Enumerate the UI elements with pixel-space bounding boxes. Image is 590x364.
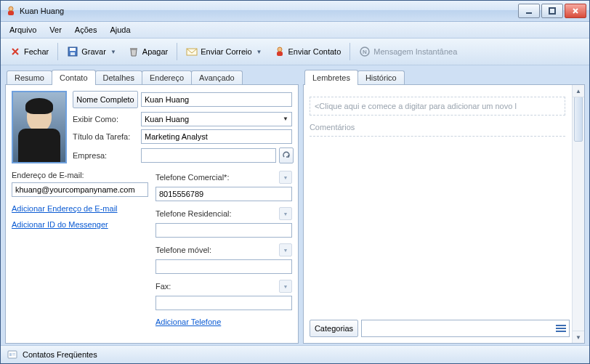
- fax-type-dropdown[interactable]: ▼: [279, 280, 292, 293]
- company-field[interactable]: [141, 148, 276, 163]
- chevron-down-icon: ▼: [283, 116, 288, 122]
- add-email-link[interactable]: Adicionar Endereço de E-mail: [12, 204, 148, 213]
- work-phone-type-dropdown[interactable]: ▼: [279, 171, 292, 184]
- tab-detalhes[interactable]: Detalhes: [95, 70, 142, 84]
- envelope-icon: [186, 46, 198, 57]
- scroll-up-icon[interactable]: ▲: [573, 85, 584, 97]
- svg-rect-3: [549, 8, 555, 14]
- left-tabstrip: Resumo Contato Detalhes Endereço Avançad…: [5, 68, 299, 84]
- send-contact-tool[interactable]: Enviar Contato: [270, 44, 346, 60]
- reminders-pane: <Clique aqui e comece a digitar para adi…: [303, 84, 585, 344]
- status-text: Contatos Freqüentes: [23, 350, 97, 359]
- add-messenger-link[interactable]: Adicionar ID do Messenger: [12, 220, 148, 229]
- svg-rect-16: [12, 355, 15, 355]
- save-icon: [67, 46, 78, 57]
- new-reminder-input[interactable]: <Clique aqui e comece a digitar para adi…: [310, 97, 565, 116]
- menu-acoes[interactable]: Ações: [69, 24, 103, 36]
- home-phone-field[interactable]: [155, 223, 292, 238]
- separator: [57, 43, 58, 60]
- body: Resumo Contato Detalhes Endereço Avançad…: [1, 65, 589, 345]
- save-tool-label: Gravar: [81, 47, 106, 56]
- im-icon: N: [359, 46, 371, 57]
- person-icon: [274, 46, 286, 57]
- work-phone-field[interactable]: [155, 187, 292, 201]
- svg-point-9: [278, 47, 282, 52]
- phone-column: Telefone Comercial*: ▼ Telefone Residenc…: [155, 171, 292, 326]
- display-as-label: Exibir Como:: [73, 115, 138, 124]
- send-contact-label: Enviar Contato: [288, 47, 342, 56]
- im-tool-label: Mensagem Instantânea: [373, 47, 457, 56]
- close-icon: [9, 46, 21, 57]
- left-panel: Resumo Contato Detalhes Endereço Avançad…: [5, 68, 299, 344]
- tab-endereco[interactable]: Endereço: [142, 70, 192, 84]
- job-title-field[interactable]: [141, 129, 292, 144]
- contacts-icon: [7, 349, 18, 360]
- tab-avancado[interactable]: Avançado: [191, 70, 243, 84]
- right-panel: Lembretes Histórico <Clique aqui e comec…: [303, 68, 585, 344]
- full-name-button[interactable]: Nome Completo: [73, 91, 138, 108]
- window-title: Kuan Huang: [20, 7, 518, 15]
- email-label: Endereço de E-mail:: [12, 171, 148, 179]
- svg-rect-2: [526, 12, 532, 14]
- menubar: Arquivo Ver Ações Ajuda: [1, 22, 589, 39]
- chevron-down-icon: ▼: [110, 49, 116, 55]
- menu-ajuda[interactable]: Ajuda: [104, 24, 136, 36]
- tab-resumo[interactable]: Resumo: [7, 70, 52, 84]
- svg-rect-1: [8, 11, 14, 15]
- reminder-area: <Clique aqui e comece a digitar para adi…: [310, 91, 570, 317]
- comments-label: Comentários: [310, 123, 565, 132]
- mobile-phone-field[interactable]: [155, 259, 292, 274]
- svg-rect-7: [130, 48, 137, 49]
- job-title-label: Título da Tarefa:: [73, 132, 138, 141]
- tab-lembretes[interactable]: Lembretes: [304, 70, 358, 85]
- toolbar: Fechar Gravar ▼ Apagar Enviar Correio ▼ …: [1, 39, 589, 65]
- full-name-field[interactable]: [141, 92, 292, 107]
- mobile-phone-type-dropdown[interactable]: ▼: [279, 243, 292, 256]
- email-field[interactable]: [12, 182, 148, 197]
- send-mail-label: Enviar Correio: [201, 47, 251, 56]
- separator: [177, 43, 177, 60]
- menu-arquivo[interactable]: Arquivo: [4, 24, 42, 36]
- svg-rect-14: [9, 353, 12, 356]
- send-mail-tool[interactable]: Enviar Correio ▼: [182, 44, 266, 60]
- fax-field[interactable]: [155, 296, 292, 310]
- delete-tool[interactable]: Apagar: [124, 44, 172, 60]
- statusbar: Contatos Freqüentes: [1, 345, 589, 363]
- display-as-combo[interactable]: Kuan Huang ▼: [141, 112, 292, 126]
- save-tool[interactable]: Gravar ▼: [62, 44, 121, 60]
- svg-point-0: [9, 7, 13, 11]
- contact-form: Nome Completo Exibir Como: Kuan Huang ▼ …: [5, 84, 299, 344]
- scroll-down-icon[interactable]: ▼: [573, 331, 584, 343]
- contact-photo[interactable]: [12, 91, 67, 163]
- redo-arrow-icon: [282, 151, 291, 160]
- tab-contato[interactable]: Contato: [52, 70, 96, 85]
- im-tool[interactable]: N Mensagem Instantânea: [355, 44, 461, 60]
- menu-ver[interactable]: Ver: [44, 24, 68, 36]
- svg-rect-15: [12, 353, 15, 354]
- right-tabstrip: Lembretes Histórico: [303, 68, 585, 84]
- svg-rect-6: [70, 52, 75, 55]
- svg-text:N: N: [363, 49, 367, 55]
- minimize-button[interactable]: [518, 4, 540, 18]
- svg-rect-5: [70, 48, 76, 51]
- categories-button[interactable]: Categorias: [310, 320, 358, 337]
- add-phone-link[interactable]: Adicionar Telefone: [155, 318, 292, 326]
- email-column: Endereço de E-mail: Adicionar Endereço d…: [12, 171, 148, 326]
- close-button[interactable]: [565, 4, 586, 18]
- home-phone-type-dropdown[interactable]: ▼: [279, 207, 292, 220]
- home-phone-label: Telefone Residencial:: [155, 209, 232, 218]
- scrollbar[interactable]: ▲ ▼: [572, 85, 584, 343]
- separator: [349, 43, 350, 60]
- categories-field[interactable]: [361, 320, 570, 337]
- chevron-down-icon: ▼: [256, 49, 262, 55]
- contact-window: Kuan Huang Arquivo Ver Ações Ajuda Fecha…: [0, 0, 590, 364]
- scroll-thumb[interactable]: [574, 97, 583, 142]
- maximize-button[interactable]: [541, 4, 563, 18]
- delete-tool-label: Apagar: [142, 47, 168, 56]
- close-tool[interactable]: Fechar: [5, 44, 53, 60]
- svg-rect-10: [277, 52, 283, 56]
- company-lookup-button[interactable]: [279, 147, 294, 163]
- tab-historico[interactable]: Histórico: [357, 70, 405, 84]
- titlebar: Kuan Huang: [1, 1, 589, 22]
- display-as-value: Kuan Huang: [145, 115, 189, 124]
